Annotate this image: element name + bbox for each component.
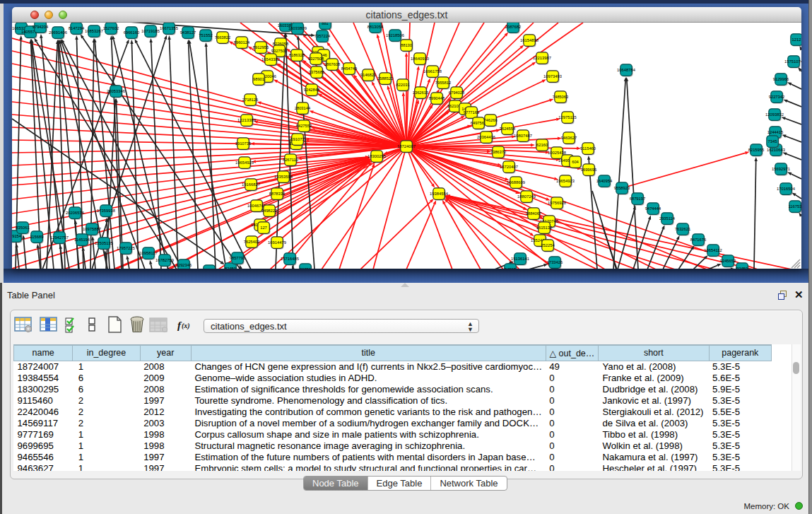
- svg-text:20053346: 20053346: [107, 89, 125, 93]
- svg-text:8960124: 8960124: [234, 40, 250, 45]
- svg-text:9327500: 9327500: [271, 49, 288, 53]
- svg-text:16210643: 16210643: [767, 148, 785, 152]
- svg-text:9474444: 9474444: [645, 206, 661, 211]
- svg-text:3624554: 3624554: [500, 127, 516, 131]
- svg-text:10975887: 10975887: [83, 227, 101, 231]
- svg-text:3375685: 3375685: [309, 70, 325, 74]
- svg-text:9884067: 9884067: [526, 211, 542, 216]
- svg-text:7663822: 7663822: [215, 35, 231, 40]
- svg-text:9857791: 9857791: [230, 256, 246, 260]
- svg-text:2087682: 2087682: [505, 25, 522, 29]
- svg-text:2803144: 2803144: [295, 106, 311, 110]
- svg-text:16154838: 16154838: [520, 38, 539, 42]
- svg-text:10688609: 10688609: [507, 180, 525, 185]
- svg-text:18724007: 18724007: [397, 144, 416, 148]
- svg-text:8267110: 8267110: [283, 158, 298, 162]
- svg-text:8215955: 8215955: [748, 148, 765, 152]
- svg-text:9242848: 9242848: [304, 88, 320, 92]
- svg-text:10853267: 10853267: [85, 29, 103, 33]
- svg-text:8813054: 8813054: [367, 25, 384, 29]
- svg-text:94503: 94503: [505, 267, 516, 269]
- svg-text:127: 127: [260, 226, 267, 230]
- svg-text:12213987: 12213987: [533, 56, 551, 60]
- svg-text:19654923: 19654923: [556, 179, 575, 183]
- svg-text:98901: 98901: [253, 77, 264, 81]
- svg-text:9777169: 9777169: [464, 110, 480, 115]
- svg-text:6966160: 6966160: [124, 30, 140, 35]
- svg-text:80736: 80736: [300, 267, 311, 269]
- svg-text:8912955: 8912955: [253, 45, 269, 49]
- svg-text:7485063: 7485063: [553, 95, 569, 99]
- svg-text:16782759: 16782759: [155, 258, 174, 262]
- svg-text:1292346: 1292346: [176, 263, 192, 267]
- svg-text:604: 604: [572, 160, 579, 164]
- svg-text:881: 881: [322, 23, 329, 25]
- svg-text:16914479: 16914479: [268, 240, 286, 245]
- svg-text:62160: 62160: [536, 143, 548, 147]
- svg-text:10654112: 10654112: [704, 248, 722, 252]
- svg-text:1527602: 1527602: [103, 26, 119, 30]
- svg-text:19166827: 19166827: [242, 182, 260, 187]
- svg-text:15136141: 15136141: [511, 257, 529, 261]
- svg-text:8186328: 8186328: [289, 53, 305, 57]
- svg-text:746266: 746266: [483, 118, 497, 122]
- svg-text:15716485: 15716485: [281, 257, 299, 261]
- svg-text:10046746: 10046746: [247, 204, 266, 208]
- svg-text:16543382: 16543382: [261, 57, 280, 62]
- svg-text:92450: 92450: [736, 267, 748, 269]
- svg-text:2867608: 2867608: [324, 62, 341, 66]
- svg-text:19756928: 19756928: [548, 201, 566, 205]
- svg-text:17016504: 17016504: [777, 187, 796, 191]
- svg-text:9227342: 9227342: [769, 95, 785, 99]
- svg-text:12975115: 12975115: [558, 115, 576, 119]
- svg-text:6794028: 6794028: [449, 90, 465, 95]
- svg-text:1640954: 1640954: [596, 179, 613, 183]
- svg-text:9115460: 9115460: [580, 146, 596, 151]
- svg-text:7345: 7345: [768, 139, 777, 144]
- svg-text:9558923: 9558923: [614, 186, 630, 190]
- svg-text:6879197: 6879197: [630, 197, 646, 201]
- svg-text:3498222: 3498222: [261, 209, 278, 213]
- svg-text:9699695: 9699695: [581, 168, 597, 172]
- svg-text:8990448: 8990448: [429, 96, 445, 100]
- svg-text:9438127: 9438127: [180, 30, 196, 35]
- svg-text:115689: 115689: [30, 235, 44, 239]
- svg-text:9129966: 9129966: [773, 77, 789, 81]
- svg-text:1244415: 1244415: [767, 130, 784, 134]
- svg-text:88130: 88130: [401, 43, 412, 47]
- svg-text:12213389: 12213389: [237, 118, 256, 122]
- svg-text:252254: 252254: [541, 243, 555, 247]
- svg-text:10958117: 10958117: [139, 251, 157, 255]
- svg-text:20206576: 20206576: [66, 211, 84, 215]
- svg-text:13353594: 13353594: [274, 175, 293, 179]
- svg-text:15720407: 15720407: [500, 165, 518, 169]
- svg-text:16671355: 16671355: [160, 26, 178, 30]
- svg-text:9463627: 9463627: [561, 136, 577, 140]
- svg-text:15692971: 15692971: [772, 167, 790, 171]
- svg-text:18640910: 18640910: [411, 57, 429, 61]
- svg-text:12093832: 12093832: [765, 112, 784, 117]
- svg-text:116753: 116753: [789, 204, 801, 209]
- svg-text:2935114: 2935114: [659, 216, 676, 221]
- svg-text:751552: 751552: [199, 33, 212, 37]
- svg-text:17359938: 17359938: [97, 209, 115, 213]
- svg-text:1910735: 1910735: [235, 141, 252, 146]
- svg-text:19384554: 19384554: [430, 192, 449, 196]
- svg-text:12942757: 12942757: [50, 235, 69, 240]
- svg-text:7632621: 7632621: [675, 227, 691, 231]
- svg-text:16033809: 16033809: [288, 26, 307, 30]
- svg-text:10807487: 10807487: [514, 134, 532, 138]
- svg-text:2588520: 2588520: [377, 76, 394, 81]
- svg-text:20364436: 20364436: [477, 135, 495, 139]
- svg-text:17957225: 17957225: [117, 246, 135, 250]
- svg-text:82450: 82450: [225, 267, 236, 269]
- svg-text:19654925: 19654925: [235, 160, 254, 165]
- svg-text:191073: 191073: [290, 137, 304, 141]
- svg-text:8471676: 8471676: [690, 238, 707, 242]
- svg-text:7955812: 7955812: [435, 81, 452, 85]
- svg-text:9327508: 9327508: [308, 57, 324, 61]
- svg-text:7357224: 7357224: [314, 34, 331, 38]
- svg-text:8878334: 8878334: [269, 192, 286, 196]
- svg-text:10719185: 10719185: [141, 29, 160, 33]
- svg-text:10648784: 10648784: [617, 68, 636, 72]
